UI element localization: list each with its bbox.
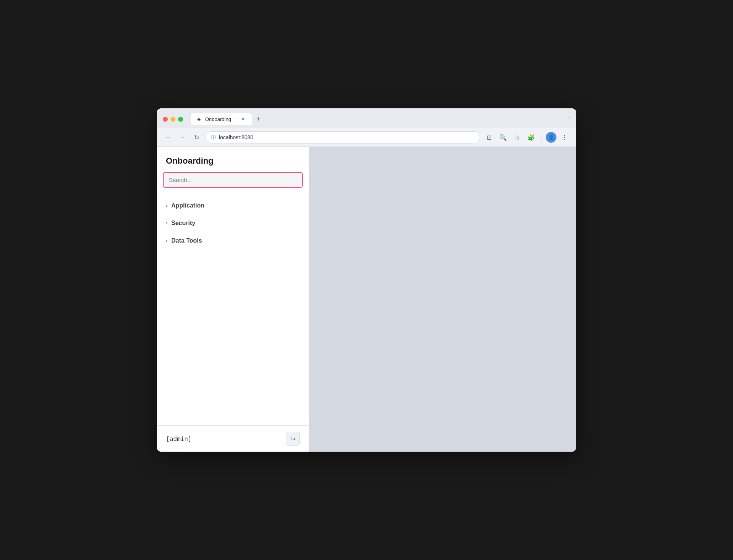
logout-button[interactable]: ↪: [286, 432, 300, 446]
sidebar-item-application[interactable]: › Application: [157, 197, 309, 214]
active-tab[interactable]: ◈ Onboarding ✕: [191, 113, 252, 125]
maximize-button[interactable]: [178, 117, 183, 122]
nav-actions: ⊡ 🔍 ☆ 🧩 👤 ⋮: [484, 132, 570, 143]
sidebar-header: Onboarding: [157, 147, 309, 172]
tab-dropdown-button[interactable]: ˅: [568, 116, 570, 122]
sidebar-item-security[interactable]: › Security: [157, 214, 309, 232]
tab-bar: ◈ Onboarding ✕ + ˅: [191, 113, 570, 125]
right-pane-divider: [309, 147, 576, 147]
tab-favicon: ◈: [196, 116, 202, 122]
nav-divider: [542, 134, 542, 141]
bookmark-button[interactable]: ☆: [512, 132, 522, 143]
sidebar-item-data-tools-label: Data Tools: [171, 237, 202, 244]
new-tab-button[interactable]: +: [253, 114, 264, 125]
right-pane: [309, 147, 576, 452]
nav-bar: ← → ↻ ⓘ localhost:8080 ⊡ 🔍 ☆ 🧩 👤 ⋮: [157, 128, 576, 147]
more-button[interactable]: ⋮: [559, 132, 570, 143]
title-bar: ◈ Onboarding ✕ + ˅: [157, 108, 576, 128]
sidebar-item-data-tools[interactable]: › Data Tools: [157, 232, 309, 249]
browser-window: ◈ Onboarding ✕ + ˅ ← → ↻ ⓘ localhost:808…: [157, 108, 576, 452]
chevron-right-icon: ›: [166, 238, 167, 243]
admin-label: [admin]: [166, 435, 191, 443]
sidebar-title: Onboarding: [166, 156, 300, 166]
extension-button[interactable]: 🧩: [525, 132, 538, 143]
minimize-button[interactable]: [170, 117, 175, 122]
main-content: Onboarding › Application › Security › Da…: [157, 147, 576, 452]
zoom-button[interactable]: 🔍: [497, 132, 510, 143]
chevron-right-icon: ›: [166, 220, 167, 226]
chevron-right-icon: ›: [166, 203, 167, 208]
close-button[interactable]: [163, 117, 168, 122]
user-avatar[interactable]: 👤: [546, 132, 556, 143]
address-bar[interactable]: ⓘ localhost:8080: [205, 131, 480, 143]
tab-title: Onboarding: [205, 116, 231, 122]
traffic-lights: [163, 117, 183, 122]
refresh-button[interactable]: ↻: [192, 132, 201, 143]
back-button[interactable]: ←: [163, 132, 174, 142]
sidebar-item-application-label: Application: [171, 202, 204, 209]
logout-icon: ↪: [291, 435, 296, 443]
search-container: [157, 172, 309, 194]
address-text: localhost:8080: [219, 134, 253, 140]
forward-button[interactable]: →: [177, 132, 188, 142]
tab-close-button[interactable]: ✕: [240, 116, 246, 122]
sidebar-item-security-label: Security: [171, 220, 195, 227]
nav-items: › Application › Security › Data Tools: [157, 194, 309, 425]
screen-mirror-button[interactable]: ⊡: [484, 132, 494, 143]
search-input[interactable]: [163, 172, 303, 188]
sidebar: Onboarding › Application › Security › Da…: [157, 147, 309, 452]
sidebar-footer: [admin] ↪: [157, 425, 309, 452]
info-icon: ⓘ: [211, 134, 216, 141]
